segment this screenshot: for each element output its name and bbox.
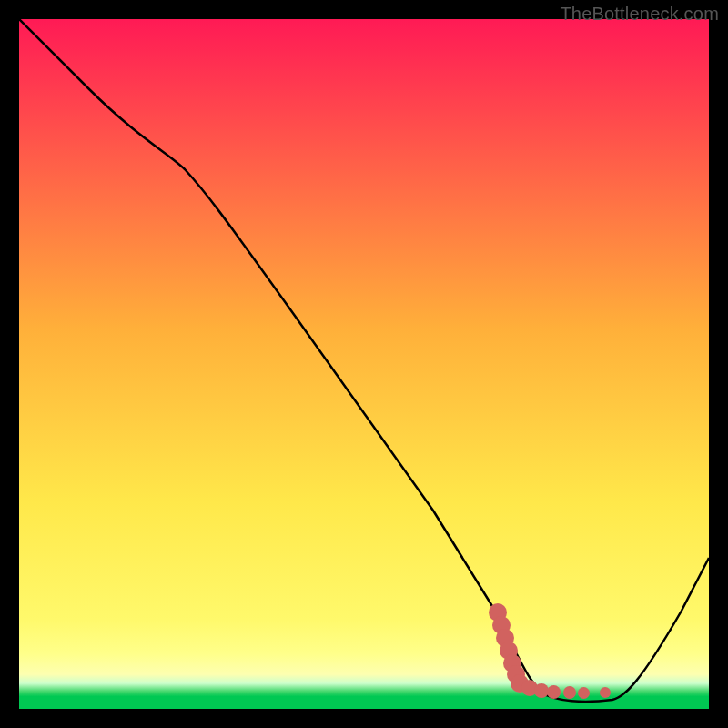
curve-svg xyxy=(19,19,709,709)
chart-frame: TheBottleneck.com xyxy=(0,0,728,728)
bottleneck-curve-path xyxy=(19,19,709,702)
plot-area xyxy=(19,19,709,709)
watermark-text: TheBottleneck.com xyxy=(560,4,719,25)
